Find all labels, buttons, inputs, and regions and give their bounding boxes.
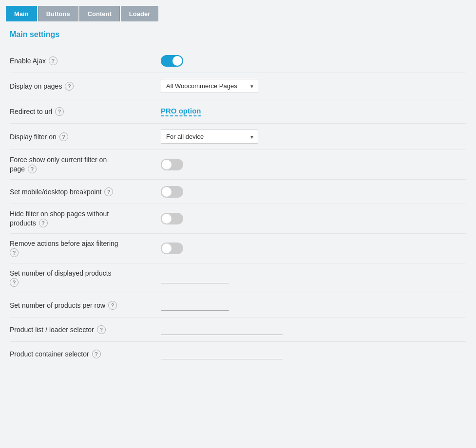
input-number-displayed[interactable]: [161, 273, 229, 283]
label-text-force-show-1: Force show only current filter on: [10, 156, 107, 164]
page-container: Main Buttons Content Loader Main setting…: [0, 0, 476, 376]
label-text-redirect-to-url: Redirect to url: [10, 108, 52, 115]
toggle-slider-hide-filter: [161, 213, 183, 224]
label-row-remove-actions-2: ?: [10, 248, 118, 257]
control-remove-actions: [161, 243, 466, 254]
help-icon-enable-ajax[interactable]: ?: [49, 56, 57, 65]
multi-line-force-show: Force show only current filter on page ?: [10, 156, 107, 173]
toggle-hide-filter-shop[interactable]: [161, 213, 183, 224]
help-icon-display-filter-on[interactable]: ?: [59, 132, 68, 141]
main-content: Main settings Enable Ajax ? Display on p…: [0, 21, 476, 376]
label-text-hide-filter-2: products: [10, 219, 36, 227]
control-number-displayed: [161, 273, 466, 283]
setting-display-filter-on: Display filter on ? For all device Deskt…: [10, 124, 466, 150]
control-mobile-breakpoint: [161, 186, 466, 198]
toggle-slider-enable-ajax: [161, 55, 183, 67]
label-enable-ajax: Enable Ajax ?: [10, 56, 161, 65]
multi-line-number-displayed: Set number of displayed products ?: [10, 269, 112, 287]
setting-enable-ajax: Enable Ajax ?: [10, 49, 466, 73]
setting-product-container-selector: Product container selector ?: [10, 342, 466, 366]
setting-number-per-row: Set number of products per row ?: [10, 293, 466, 317]
label-text-remove-actions-1: Remove actions before ajax filtering: [10, 240, 118, 247]
label-remove-actions: Remove actions before ajax filtering ?: [10, 240, 161, 257]
control-product-container-selector: [161, 349, 466, 359]
label-text-display-filter-on: Display filter on: [10, 133, 57, 141]
label-redirect-to-url: Redirect to url ?: [10, 107, 161, 116]
control-display-on-pages: All Woocommerce Pages Shop Pages Only Cu…: [161, 79, 466, 93]
tab-loader[interactable]: Loader: [121, 6, 158, 21]
input-number-per-row[interactable]: [161, 300, 229, 311]
toggle-slider-mobile-breakpoint: [161, 186, 183, 198]
label-text-mobile-breakpoint: Set mobile/desktop breakpoint: [10, 188, 101, 196]
select-display-on-pages[interactable]: All Woocommerce Pages Shop Pages Only Cu…: [161, 79, 258, 93]
tab-main[interactable]: Main: [6, 6, 37, 21]
input-product-list-selector[interactable]: [161, 324, 283, 335]
section-title: Main settings: [10, 30, 466, 39]
label-text-hide-filter-1: Hide filter on shop pages without: [10, 210, 109, 218]
setting-number-displayed: Set number of displayed products ?: [10, 263, 466, 293]
label-row-force-show-2: page ?: [10, 165, 107, 173]
multi-line-remove-actions: Remove actions before ajax filtering ?: [10, 240, 118, 257]
multi-line-hide-filter: Hide filter on shop pages without produc…: [10, 210, 109, 227]
help-icon-force-show[interactable]: ?: [28, 165, 37, 173]
pro-option-link[interactable]: PRO option: [161, 107, 201, 116]
help-icon-display-on-pages[interactable]: ?: [65, 82, 74, 91]
tab-bar: Main Buttons Content Loader: [0, 0, 476, 21]
label-hide-filter-shop: Hide filter on shop pages without produc…: [10, 210, 161, 227]
control-force-show-filter: [161, 159, 466, 170]
label-text-number-per-row: Set number of products per row: [10, 301, 105, 309]
setting-force-show-filter: Force show only current filter on page ?: [10, 150, 466, 180]
label-text-enable-ajax: Enable Ajax: [10, 57, 46, 65]
control-display-filter-on: For all device Desktop only Mobile only: [161, 130, 466, 144]
label-row-number-displayed-2: ?: [10, 278, 112, 287]
control-enable-ajax: [161, 55, 466, 67]
label-row-remove-actions-1: Remove actions before ajax filtering: [10, 240, 118, 247]
label-number-per-row: Set number of products per row ?: [10, 301, 161, 310]
help-icon-number-per-row[interactable]: ?: [108, 301, 117, 310]
label-force-show-filter: Force show only current filter on page ?: [10, 156, 161, 173]
label-product-list-selector: Product list / loader selector ?: [10, 325, 161, 334]
setting-mobile-breakpoint: Set mobile/desktop breakpoint ?: [10, 180, 466, 204]
help-icon-product-list-selector[interactable]: ?: [97, 325, 106, 334]
select-display-filter-on[interactable]: For all device Desktop only Mobile only: [161, 130, 258, 144]
help-icon-number-displayed[interactable]: ?: [10, 278, 19, 287]
toggle-force-show-filter[interactable]: [161, 159, 183, 170]
label-number-displayed: Set number of displayed products ?: [10, 269, 161, 287]
setting-display-on-pages: Display on pages ? All Woocommerce Pages…: [10, 73, 466, 99]
toggle-slider-force-show: [161, 159, 183, 170]
input-product-container-selector[interactable]: [161, 349, 283, 359]
control-redirect-to-url: PRO option: [161, 107, 466, 116]
toggle-remove-actions[interactable]: [161, 243, 183, 254]
toggle-mobile-breakpoint[interactable]: [161, 186, 183, 198]
label-display-filter-on: Display filter on ?: [10, 132, 161, 141]
label-row-number-displayed-1: Set number of displayed products: [10, 269, 112, 277]
label-product-container-selector: Product container selector ?: [10, 350, 161, 358]
tab-buttons[interactable]: Buttons: [38, 6, 78, 21]
label-text-force-show-2: page: [10, 165, 25, 173]
label-text-product-list-selector: Product list / loader selector: [10, 326, 94, 334]
help-icon-product-container-selector[interactable]: ?: [92, 350, 101, 358]
control-hide-filter-shop: [161, 213, 466, 224]
control-product-list-selector: [161, 324, 466, 335]
setting-product-list-selector: Product list / loader selector ?: [10, 317, 466, 342]
label-row-force-show: Force show only current filter on: [10, 156, 107, 164]
help-icon-hide-filter[interactable]: ?: [39, 219, 48, 227]
setting-remove-actions: Remove actions before ajax filtering ?: [10, 234, 466, 263]
label-mobile-breakpoint: Set mobile/desktop breakpoint ?: [10, 187, 161, 196]
help-icon-mobile-breakpoint[interactable]: ?: [104, 187, 113, 196]
help-icon-remove-actions[interactable]: ?: [10, 248, 19, 257]
label-display-on-pages: Display on pages ?: [10, 82, 161, 91]
help-icon-redirect-to-url[interactable]: ?: [55, 107, 64, 116]
label-text-product-container-selector: Product container selector: [10, 350, 89, 358]
setting-redirect-to-url: Redirect to url ? PRO option: [10, 99, 466, 124]
tab-content[interactable]: Content: [79, 6, 120, 21]
toggle-enable-ajax[interactable]: [161, 55, 183, 67]
label-text-number-displayed-1: Set number of displayed products: [10, 269, 112, 277]
label-row-hide-filter-1: Hide filter on shop pages without: [10, 210, 109, 218]
label-text-display-on-pages: Display on pages: [10, 82, 62, 90]
select-wrap-display-on-pages: All Woocommerce Pages Shop Pages Only Cu…: [161, 79, 258, 93]
setting-hide-filter-shop: Hide filter on shop pages without produc…: [10, 204, 466, 234]
select-wrap-display-filter-on: For all device Desktop only Mobile only: [161, 130, 258, 144]
control-number-per-row: [161, 300, 466, 311]
label-row-hide-filter-2: products ?: [10, 219, 109, 227]
